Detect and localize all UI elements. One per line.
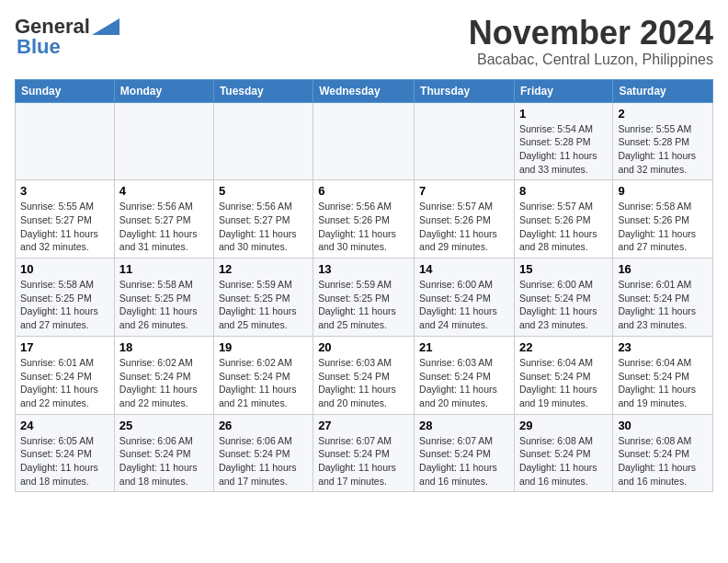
day-info: Sunrise: 5:58 AMSunset: 5:25 PMDaylight:… — [20, 278, 109, 332]
day-info: Sunrise: 6:02 AMSunset: 5:24 PMDaylight:… — [219, 356, 308, 410]
day-info: Sunrise: 5:56 AMSunset: 5:27 PMDaylight:… — [119, 200, 209, 254]
day-info: Sunrise: 6:06 AMSunset: 5:24 PMDaylight:… — [119, 434, 209, 488]
calendar-cell: 2Sunrise: 5:55 AMSunset: 5:28 PMDaylight… — [613, 102, 713, 180]
weekday-header: Friday — [514, 79, 612, 102]
day-info: Sunrise: 6:03 AMSunset: 5:24 PMDaylight:… — [419, 356, 509, 410]
day-info: Sunrise: 6:04 AMSunset: 5:24 PMDaylight:… — [519, 356, 608, 410]
weekday-header: Thursday — [415, 79, 515, 102]
calendar-cell: 8Sunrise: 5:57 AMSunset: 5:26 PMDaylight… — [514, 180, 612, 259]
day-number: 12 — [219, 262, 308, 276]
day-number: 17 — [20, 340, 109, 354]
day-info: Sunrise: 6:08 AMSunset: 5:24 PMDaylight:… — [519, 434, 608, 488]
title-section: November 2024 Bacabac, Central Luzon, Ph… — [469, 15, 713, 68]
logo-icon — [92, 18, 119, 35]
weekday-header: Wednesday — [313, 79, 415, 102]
weekday-header: Sunday — [16, 79, 115, 102]
day-number: 26 — [219, 419, 308, 432]
calendar-week-row: 3Sunrise: 5:55 AMSunset: 5:27 PMDaylight… — [16, 180, 713, 259]
day-number: 11 — [119, 262, 209, 276]
calendar-cell — [213, 102, 313, 180]
day-number: 29 — [519, 419, 608, 432]
calendar-week-row: 24Sunrise: 6:05 AMSunset: 5:24 PMDayligh… — [16, 414, 713, 492]
day-number: 7 — [419, 184, 509, 198]
page-title: November 2024 — [469, 15, 713, 52]
calendar-cell — [313, 102, 415, 180]
calendar-cell — [114, 102, 213, 180]
calendar-cell: 12Sunrise: 5:59 AMSunset: 5:25 PMDayligh… — [213, 259, 313, 337]
day-number: 18 — [119, 340, 209, 354]
calendar-cell: 4Sunrise: 5:56 AMSunset: 5:27 PMDaylight… — [114, 180, 213, 259]
day-number: 2 — [618, 107, 708, 121]
day-info: Sunrise: 6:01 AMSunset: 5:24 PMDaylight:… — [20, 356, 109, 410]
day-info: Sunrise: 5:55 AMSunset: 5:27 PMDaylight:… — [20, 200, 109, 254]
day-number: 1 — [519, 107, 608, 121]
page-subtitle: Bacabac, Central Luzon, Philippines — [469, 52, 713, 68]
calendar-cell: 24Sunrise: 6:05 AMSunset: 5:24 PMDayligh… — [16, 414, 115, 492]
calendar-cell: 17Sunrise: 6:01 AMSunset: 5:24 PMDayligh… — [16, 336, 115, 414]
day-info: Sunrise: 6:03 AMSunset: 5:24 PMDaylight:… — [318, 356, 409, 410]
calendar-cell: 23Sunrise: 6:04 AMSunset: 5:24 PMDayligh… — [613, 336, 713, 414]
calendar-cell: 19Sunrise: 6:02 AMSunset: 5:24 PMDayligh… — [213, 336, 313, 414]
day-number: 20 — [318, 340, 409, 354]
weekday-header: Tuesday — [213, 79, 313, 102]
day-info: Sunrise: 6:08 AMSunset: 5:24 PMDaylight:… — [618, 434, 708, 488]
day-number: 9 — [618, 184, 708, 198]
day-info: Sunrise: 5:58 AMSunset: 5:25 PMDaylight:… — [119, 278, 209, 332]
day-number: 27 — [318, 419, 409, 432]
day-number: 10 — [20, 262, 109, 276]
day-info: Sunrise: 6:00 AMSunset: 5:24 PMDaylight:… — [419, 278, 509, 332]
svg-marker-0 — [92, 18, 119, 35]
day-number: 28 — [419, 419, 509, 432]
calendar-cell: 16Sunrise: 6:01 AMSunset: 5:24 PMDayligh… — [613, 259, 713, 337]
day-number: 3 — [20, 184, 109, 198]
day-info: Sunrise: 6:05 AMSunset: 5:24 PMDaylight:… — [20, 434, 109, 488]
calendar-cell: 26Sunrise: 6:06 AMSunset: 5:24 PMDayligh… — [213, 414, 313, 492]
day-info: Sunrise: 5:56 AMSunset: 5:26 PMDaylight:… — [318, 200, 409, 254]
calendar-cell — [16, 102, 115, 180]
calendar-cell: 22Sunrise: 6:04 AMSunset: 5:24 PMDayligh… — [514, 336, 612, 414]
calendar-cell: 11Sunrise: 5:58 AMSunset: 5:25 PMDayligh… — [114, 259, 213, 337]
logo: General Blue — [15, 15, 119, 59]
day-info: Sunrise: 6:04 AMSunset: 5:24 PMDaylight:… — [618, 356, 708, 410]
calendar-cell: 28Sunrise: 6:07 AMSunset: 5:24 PMDayligh… — [415, 414, 515, 492]
day-number: 15 — [519, 262, 608, 276]
day-number: 16 — [618, 262, 708, 276]
day-number: 25 — [119, 419, 209, 432]
calendar-cell: 13Sunrise: 5:59 AMSunset: 5:25 PMDayligh… — [313, 259, 415, 337]
calendar-week-row: 10Sunrise: 5:58 AMSunset: 5:25 PMDayligh… — [16, 259, 713, 337]
calendar-week-row: 1Sunrise: 5:54 AMSunset: 5:28 PMDaylight… — [16, 102, 713, 180]
calendar-cell: 5Sunrise: 5:56 AMSunset: 5:27 PMDaylight… — [213, 180, 313, 259]
calendar-table: SundayMondayTuesdayWednesdayThursdayFrid… — [15, 79, 713, 493]
day-info: Sunrise: 6:07 AMSunset: 5:24 PMDaylight:… — [318, 434, 409, 488]
calendar-cell: 3Sunrise: 5:55 AMSunset: 5:27 PMDaylight… — [16, 180, 115, 259]
day-number: 24 — [20, 419, 109, 432]
day-info: Sunrise: 5:58 AMSunset: 5:26 PMDaylight:… — [618, 200, 708, 254]
day-number: 23 — [618, 340, 708, 354]
calendar-cell: 14Sunrise: 6:00 AMSunset: 5:24 PMDayligh… — [415, 259, 515, 337]
day-info: Sunrise: 5:55 AMSunset: 5:28 PMDaylight:… — [618, 122, 708, 177]
day-info: Sunrise: 6:01 AMSunset: 5:24 PMDaylight:… — [618, 278, 708, 332]
calendar-cell: 1Sunrise: 5:54 AMSunset: 5:28 PMDaylight… — [514, 102, 612, 180]
calendar-week-row: 17Sunrise: 6:01 AMSunset: 5:24 PMDayligh… — [16, 336, 713, 414]
calendar-cell: 21Sunrise: 6:03 AMSunset: 5:24 PMDayligh… — [415, 336, 515, 414]
day-number: 21 — [419, 340, 509, 354]
day-number: 13 — [318, 262, 409, 276]
calendar-cell: 18Sunrise: 6:02 AMSunset: 5:24 PMDayligh… — [114, 336, 213, 414]
day-info: Sunrise: 5:56 AMSunset: 5:27 PMDaylight:… — [219, 200, 308, 254]
calendar-cell: 27Sunrise: 6:07 AMSunset: 5:24 PMDayligh… — [313, 414, 415, 492]
day-info: Sunrise: 5:59 AMSunset: 5:25 PMDaylight:… — [318, 278, 409, 332]
calendar-cell: 10Sunrise: 5:58 AMSunset: 5:25 PMDayligh… — [16, 259, 115, 337]
day-info: Sunrise: 5:57 AMSunset: 5:26 PMDaylight:… — [519, 200, 608, 254]
calendar-cell: 9Sunrise: 5:58 AMSunset: 5:26 PMDaylight… — [613, 180, 713, 259]
day-info: Sunrise: 5:54 AMSunset: 5:28 PMDaylight:… — [519, 122, 608, 177]
day-number: 6 — [318, 184, 409, 198]
page-header: General Blue November 2024 Bacabac, Cent… — [15, 15, 713, 68]
weekday-header-row: SundayMondayTuesdayWednesdayThursdayFrid… — [16, 79, 713, 102]
day-number: 19 — [219, 340, 308, 354]
calendar-cell: 25Sunrise: 6:06 AMSunset: 5:24 PMDayligh… — [114, 414, 213, 492]
weekday-header: Saturday — [613, 79, 713, 102]
calendar-cell: 6Sunrise: 5:56 AMSunset: 5:26 PMDaylight… — [313, 180, 415, 259]
logo-blue: Blue — [17, 35, 61, 59]
day-number: 4 — [119, 184, 209, 198]
day-number: 8 — [519, 184, 608, 198]
